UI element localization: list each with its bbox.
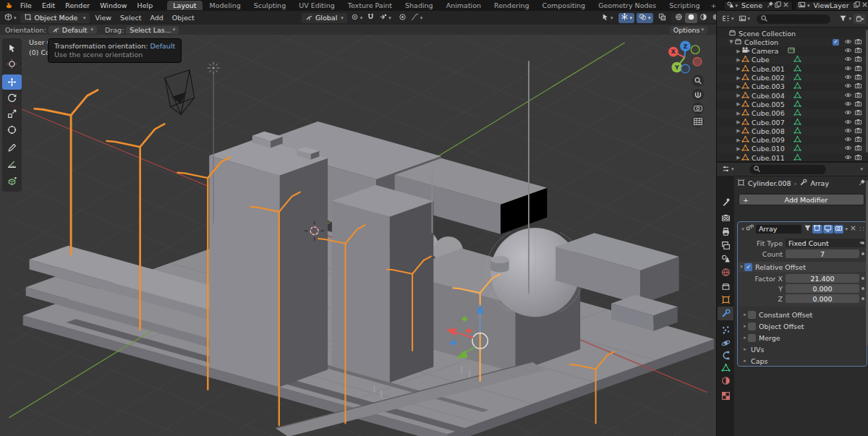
scene-canvas[interactable]: ZXY [0,11,716,436]
outliner-row-cube-009[interactable]: ▶Cube.009 [717,136,866,145]
tool-transform[interactable] [2,122,22,137]
hide-eye-icon[interactable] [844,73,852,82]
outliner-row-cube-007[interactable]: ▶Cube.007 [717,118,866,127]
hide-eye-icon[interactable] [844,144,852,153]
properties-tab-scene[interactable] [718,252,733,265]
properties-tab-texture[interactable] [718,389,733,403]
outliner-row-cube-004[interactable]: ▶Cube.004 [717,91,866,100]
disable-render-icon[interactable] [854,118,862,127]
close-icon[interactable] [782,1,790,10]
outliner-row-camera[interactable]: ▶Camera [717,47,866,56]
menu-help[interactable]: Help [132,1,158,9]
animate-dot[interactable] [861,277,864,280]
menu-edit[interactable]: Edit [37,1,60,9]
menu-window[interactable]: Window [95,1,132,9]
disable-render-icon[interactable] [854,64,862,74]
disable-render-icon[interactable] [854,91,862,101]
animate-dot[interactable] [861,241,864,244]
xray-toggle[interactable] [656,13,668,23]
section-merge[interactable]: ▸Merge [742,333,864,343]
selectable-checkbox[interactable]: ✓ [833,39,839,46]
proportional-editing-toggle[interactable] [396,13,409,23]
gizmos-toggle[interactable]: ▾ [618,13,635,23]
properties-tab-modifier[interactable] [718,307,733,320]
tool-annotate[interactable] [2,140,22,155]
orientation-select[interactable]: Global▾ [302,13,347,23]
viewport-menu-view[interactable]: View [91,14,116,22]
shading-solid-button[interactable] [685,13,697,23]
orientation-setting-select[interactable]: Default▾ [48,26,97,34]
outliner-filter-button[interactable]: ▾ [837,14,854,24]
outliner-row-cube-005[interactable]: ▶Cube.005 [717,100,866,108]
section-constant-offset[interactable]: ▸Constant Offset [742,309,864,320]
hide-eye-icon[interactable] [844,100,852,109]
view-layer-selector[interactable]: ▾ ViewLayer [795,1,868,11]
snap-target-select[interactable]: ▾ [377,13,393,23]
outliner-row-collection[interactable]: ▼Collection✓ [717,38,866,46]
outliner-display-mode[interactable]: ▾ [720,14,736,24]
tower-left[interactable] [209,138,328,387]
properties-tab-world[interactable] [718,265,733,279]
properties-tab-tool[interactable] [718,195,733,209]
properties-tab-particles[interactable] [718,323,733,337]
tab-layout[interactable]: Layout [167,1,202,10]
hide-eye-icon[interactable] [844,108,852,118]
animate-dot[interactable] [861,297,864,300]
properties-tab-object[interactable] [718,293,733,307]
outliner-row-scene collection[interactable]: Scene Collection [717,29,866,38]
pin-icon[interactable] [766,1,774,10]
disable-render-icon[interactable] [854,38,862,47]
properties-tab-data[interactable] [718,361,733,375]
new-view-layer-icon[interactable] [853,1,861,10]
pivot-select[interactable]: ▾ [349,13,365,23]
menu-file[interactable]: File [15,1,37,9]
outliner-row-cube[interactable]: ▶Cube [717,56,866,64]
shading-wireframe-button[interactable] [673,13,685,23]
shading-material-button[interactable] [697,13,710,23]
breadcrumb-object[interactable]: Cylinder.008 [748,179,791,187]
section-caps[interactable]: ▸Caps [742,356,864,366]
tab-animation[interactable]: Animation [441,1,487,10]
delete-modifier-icon[interactable] [849,224,857,234]
outliner-row-cube-003[interactable]: ▶Cube.003 [717,82,866,91]
hide-eye-icon[interactable] [844,127,852,136]
tab-sculpting[interactable]: Sculpting [248,1,292,10]
outliner-row-cube-001[interactable]: ▶Cube.001 [717,64,866,73]
tab-uv-editing[interactable]: UV Editing [293,1,341,10]
hide-eye-icon[interactable] [844,38,852,47]
tool-cursor[interactable] [2,56,22,72]
disable-render-icon[interactable] [854,46,862,56]
offset-field-0[interactable]: 21.400 [786,274,859,283]
disable-render-icon[interactable] [854,55,862,64]
disable-render-icon[interactable] [854,144,862,153]
properties-editor-type[interactable]: ▾ [720,164,736,174]
close-icon[interactable] [861,1,868,10]
hide-eye-icon[interactable] [844,55,852,64]
new-scene-icon[interactable] [774,1,782,10]
tool-scale[interactable] [2,106,22,121]
tab-rendering[interactable]: Rendering [488,1,535,10]
tool-rotate[interactable] [2,90,22,106]
hide-eye-icon[interactable] [844,118,852,127]
outliner-row-cube-002[interactable]: ▶Cube.002 [717,74,866,82]
mode-select[interactable]: Object Mode ▾ [20,13,90,23]
tool-measure[interactable] [2,156,22,171]
outliner-row-cube-010[interactable]: ▶Cube.010 [717,145,866,153]
disable-render-icon[interactable] [854,100,862,109]
relative-offset-header[interactable]: ▾ ✓ Relative Offset [739,262,866,272]
drag-handle-icon[interactable]: ∷ [859,225,864,233]
hide-eye-icon[interactable] [844,46,852,56]
disable-render-icon[interactable] [854,135,862,145]
scene-selector[interactable]: ▾ Scene [723,1,793,11]
properties-options-dropdown[interactable]: ▾ [860,166,863,172]
falloff-select[interactable]: ▾ [409,13,425,23]
tab-scripting[interactable]: Scripting [663,1,705,10]
section-object-offset[interactable]: ▸Object Offset [742,321,864,331]
properties-tab-view-layer[interactable] [718,239,733,252]
tower-center[interactable] [332,185,433,382]
properties-tab-collection[interactable] [718,280,733,294]
modifier-extras-dropdown[interactable]: ▾ [845,226,848,232]
outliner-filter-mode[interactable]: ▾ [736,14,753,24]
rooftop-cylinder[interactable] [490,256,509,263]
tool-move[interactable] [2,74,22,90]
